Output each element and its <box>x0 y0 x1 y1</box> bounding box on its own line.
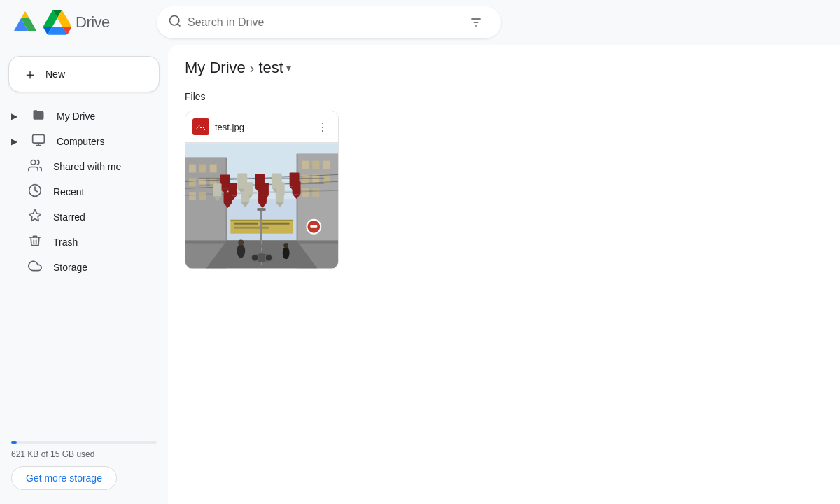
cloud-icon <box>28 259 42 276</box>
sidebar-item-storage[interactable]: Storage <box>0 255 157 280</box>
svg-point-93 <box>251 254 258 261</box>
app-title: Drive <box>76 13 110 31</box>
svg-point-91 <box>284 243 288 248</box>
file-thumbnail <box>186 143 338 269</box>
expand-arrow-icon: ▶ <box>11 136 18 146</box>
logo-area: Drive <box>11 8 151 36</box>
svg-point-90 <box>283 246 290 259</box>
google-drive-icon <box>43 8 71 36</box>
sidebar-item-my-drive[interactable]: ▶ My Drive <box>0 104 157 129</box>
file-name: test.jpg <box>215 122 244 132</box>
svg-rect-32 <box>323 161 330 169</box>
svg-rect-31 <box>312 161 319 169</box>
header: Drive <box>0 0 840 45</box>
plus-icon: ＋ <box>23 65 37 84</box>
new-button[interactable]: ＋ New <box>8 56 160 92</box>
svg-rect-35 <box>323 174 330 183</box>
svg-point-88 <box>237 244 245 258</box>
svg-rect-14 <box>197 122 205 131</box>
svg-rect-37 <box>312 188 319 197</box>
svg-rect-84 <box>260 209 262 241</box>
svg-rect-22 <box>210 164 217 173</box>
sidebar: ＋ New ▶ My Drive ▶ Computers Shared with… <box>0 45 168 504</box>
files-grid: test.jpg ⋮ <box>168 111 840 286</box>
sidebar-item-computers[interactable]: ▶ Computers <box>0 129 157 154</box>
svg-rect-36 <box>302 188 309 197</box>
svg-rect-87 <box>310 225 317 227</box>
expand-arrow-icon: ▶ <box>11 111 18 121</box>
breadcrumb-separator-icon: › <box>250 60 255 76</box>
file-card[interactable]: test.jpg ⋮ <box>185 111 339 270</box>
svg-rect-59 <box>214 183 222 196</box>
svg-rect-73 <box>241 191 249 202</box>
people-icon <box>28 158 42 176</box>
new-button-label: New <box>46 69 65 80</box>
star-icon <box>28 209 42 226</box>
sidebar-storage-label: Storage <box>53 262 88 273</box>
svg-rect-26 <box>189 192 196 200</box>
svg-rect-71 <box>224 192 232 203</box>
svg-rect-82 <box>262 223 290 225</box>
search-input[interactable] <box>188 16 456 29</box>
drive-logo-icon <box>11 8 39 36</box>
breadcrumb-current-folder[interactable]: test ▾ <box>258 59 290 77</box>
svg-point-15 <box>199 125 200 126</box>
main-layout: ＋ New ▶ My Drive ▶ Computers Shared with… <box>0 45 840 504</box>
sidebar-item-trash[interactable]: Trash <box>0 230 157 255</box>
file-menu-button[interactable]: ⋮ <box>313 117 332 136</box>
file-preview-image <box>186 143 338 269</box>
get-more-storage-button[interactable]: Get more storage <box>11 466 117 490</box>
svg-rect-10 <box>33 134 45 143</box>
svg-rect-85 <box>257 208 266 211</box>
svg-rect-23 <box>189 178 196 186</box>
clock-icon <box>28 183 42 201</box>
svg-point-6 <box>170 15 179 24</box>
svg-rect-21 <box>200 164 206 173</box>
svg-point-89 <box>238 240 244 246</box>
svg-rect-27 <box>200 192 206 200</box>
storage-used-text: 621 KB of 15 GB used <box>11 449 157 459</box>
search-bar[interactable] <box>157 6 501 38</box>
breadcrumb: My Drive › test ▾ <box>168 45 840 85</box>
svg-rect-81 <box>234 223 258 225</box>
svg-point-11 <box>31 160 36 164</box>
trash-icon <box>28 234 42 251</box>
file-type-icon <box>192 118 209 135</box>
svg-marker-13 <box>29 209 41 220</box>
sidebar-trash-label: Trash <box>53 237 78 248</box>
sidebar-item-shared-with-me[interactable]: Shared with me <box>0 154 157 179</box>
sidebar-starred-label: Starred <box>53 211 85 223</box>
search-filter-button[interactable] <box>462 8 490 36</box>
svg-point-94 <box>265 254 272 261</box>
svg-rect-48 <box>220 174 230 188</box>
file-card-title-area: test.jpg <box>192 118 244 135</box>
storage-bar-background <box>11 441 157 444</box>
breadcrumb-current-label: test <box>258 59 283 77</box>
sidebar-shared-label: Shared with me <box>53 161 121 172</box>
files-section-label: Files <box>168 85 840 111</box>
svg-rect-69 <box>293 181 301 194</box>
sidebar-my-drive-label: My Drive <box>57 111 95 122</box>
folder-icon <box>31 108 46 125</box>
computer-icon <box>31 133 46 150</box>
search-icon <box>168 14 182 31</box>
breadcrumb-chevron-icon: ▾ <box>286 62 291 74</box>
sidebar-item-recent[interactable]: Recent <box>0 179 157 204</box>
sidebar-item-starred[interactable]: Starred <box>0 204 157 230</box>
breadcrumb-parent[interactable]: My Drive <box>185 59 246 77</box>
svg-rect-75 <box>258 192 267 203</box>
sidebar-recent-label: Recent <box>53 186 84 197</box>
svg-rect-83 <box>234 227 269 229</box>
content-area: My Drive › test ▾ Files <box>168 45 840 504</box>
storage-section: 621 KB of 15 GB used Get more storage <box>0 433 168 498</box>
svg-rect-30 <box>302 161 309 169</box>
svg-rect-77 <box>276 191 284 202</box>
file-card-header: test.jpg ⋮ <box>186 111 338 143</box>
sidebar-computers-label: Computers <box>57 136 104 147</box>
svg-rect-20 <box>189 164 196 173</box>
storage-bar-fill <box>11 441 17 444</box>
